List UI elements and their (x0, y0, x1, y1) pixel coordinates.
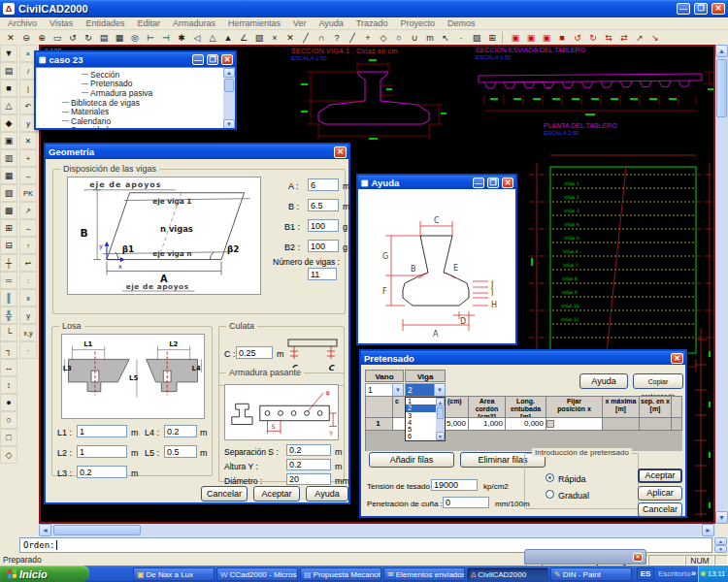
caso-scroll-up[interactable]: ▲ (223, 68, 235, 78)
command-spinner[interactable]: ▲ ▼ (714, 537, 727, 553)
toolbar-icon[interactable]: ◇ (376, 30, 391, 45)
fijar-checkbox[interactable] (546, 420, 554, 428)
geometria-close-button[interactable]: ✕ (334, 146, 347, 158)
taskbar-task[interactable]: ▣De Nax a Lux (133, 567, 215, 581)
start-button[interactable]: Inicio (0, 566, 89, 582)
caso-minimize-button[interactable]: — (192, 54, 204, 65)
side-tool-icon[interactable]: ▦ (0, 167, 17, 184)
toolbar-icon[interactable]: ○ (391, 30, 407, 45)
tree-item[interactable]: Sección (82, 70, 223, 80)
toolbar-icon-red[interactable]: ⇆ (601, 30, 616, 45)
side-tool-icon-b[interactable]: → (19, 167, 37, 184)
hscroll-thumb[interactable] (53, 525, 141, 535)
toolbar-icon[interactable]: ∠ (236, 30, 251, 45)
row-cell[interactable]: 1,000 (469, 418, 506, 431)
toolbar-icon[interactable]: ↺ (65, 30, 81, 45)
toolbar-icon-red[interactable]: ▣ (539, 30, 554, 45)
altura-input[interactable] (286, 459, 331, 470)
menu-item[interactable]: Vistas (50, 18, 73, 28)
ayuda-restore-button[interactable]: ❐ (487, 178, 499, 188)
viga-combobox[interactable]: 2 ▼ (405, 383, 446, 397)
side-tool-icon-b[interactable]: x,y (19, 324, 37, 341)
background-window-titlebar[interactable]: ✕ (524, 549, 646, 565)
canvas-vscrollbar[interactable]: ▲ ▼ (715, 45, 728, 524)
scroll-down-arrow[interactable]: ▼ (715, 511, 728, 524)
toolbar-icon-red[interactable]: ↗ (632, 30, 647, 45)
side-tool-icon[interactable]: ▤ (0, 62, 17, 80)
l1-input[interactable] (77, 425, 127, 437)
side-tool-icon[interactable]: ⊟ (0, 237, 17, 254)
side-tool-icon[interactable]: □ (0, 429, 17, 446)
menu-item[interactable]: Archivo (8, 18, 37, 28)
vano-dropdown-arrow[interactable]: ▼ (392, 384, 403, 396)
toolbar-icon-red[interactable]: ↺ (570, 30, 585, 45)
menu-item[interactable]: Trazado (356, 18, 388, 28)
toolbar-icon[interactable]: ↖ (438, 30, 453, 45)
tree-item[interactable]: Calendario (62, 116, 223, 126)
field-b-input[interactable] (308, 199, 339, 211)
side-tool-icon[interactable]: ▼ (0, 45, 17, 62)
toolbar-icon[interactable]: ✕ (3, 30, 18, 45)
culata-c-input[interactable] (236, 346, 273, 359)
side-tool-icon[interactable]: ◇ (0, 446, 17, 464)
toolbar-icon[interactable]: ⊞ (484, 30, 500, 45)
toolbar-icon[interactable]: ∩ (314, 30, 329, 45)
viga-list-scrollbar[interactable]: ▲ ▼ (436, 398, 445, 440)
toolbar-icon[interactable]: ⊢ (143, 30, 158, 45)
toolbar-icon[interactable]: ✱ (174, 30, 189, 45)
side-tool-icon[interactable]: ● (0, 394, 17, 411)
taskbar-task[interactable]: ✉Elementos enviados -... (383, 567, 465, 581)
geometria-ok-button[interactable]: Aceptar (253, 486, 300, 501)
toolbar-icon[interactable]: ▤ (96, 30, 112, 45)
side-tool-icon[interactable]: ▣ (0, 132, 17, 149)
language-indicator[interactable]: ES (637, 567, 654, 580)
penetracion-input[interactable] (443, 497, 489, 508)
toolbar-icon-red[interactable]: ▣ (508, 30, 523, 45)
side-tool-icon-b[interactable]: ↑ (19, 237, 37, 254)
vano-combobox[interactable]: 1 ▼ (365, 383, 404, 397)
viga-list-up[interactable]: ▲ (436, 398, 445, 406)
row-cell-fijar[interactable] (546, 418, 603, 431)
caso-scrollbar[interactable]: ▲ ▼ (223, 68, 235, 128)
toolbar-icon[interactable]: · (453, 30, 469, 45)
caso-close-button[interactable]: ✕ (221, 54, 233, 65)
field-a-input[interactable] (308, 178, 339, 191)
toolbar-icon[interactable]: ▨ (469, 30, 484, 45)
tree-item[interactable]: Seguridad (62, 126, 223, 129)
toolbar-icon[interactable]: ▧ (251, 30, 267, 45)
minimize-button[interactable]: — (677, 3, 690, 15)
viga-dropdown-arrow[interactable]: ▼ (434, 384, 445, 396)
anadir-filas-button[interactable]: Añadir filas (369, 452, 454, 468)
tray-icon[interactable] (701, 571, 706, 576)
field-b1-input[interactable] (308, 219, 339, 232)
menu-item[interactable]: Demos (447, 18, 476, 28)
taskbar-task-active[interactable]: ΔCivilCAD2000 (467, 567, 548, 581)
ayuda-minimize-button[interactable]: — (473, 178, 484, 188)
toolbar-icon[interactable]: ╱ (298, 30, 314, 45)
tree-item[interactable]: Armadura pasiva (82, 88, 223, 98)
menu-item[interactable]: Entidades (85, 18, 124, 28)
l2-input[interactable] (77, 445, 127, 458)
side-tool-icon[interactable]: ○ (0, 411, 17, 429)
taskbar-task[interactable]: ▤Propuesta Mecanotu... (300, 567, 381, 581)
side-tool-icon-b[interactable]: + (19, 149, 37, 167)
rapida-radio[interactable] (546, 473, 554, 482)
row-cell[interactable]: 0,000 (506, 418, 546, 431)
tension-input[interactable] (431, 479, 478, 491)
desktop-toolbar-label[interactable]: Escritorio (658, 569, 690, 578)
pretensado-ok-button[interactable]: Aceptar (638, 469, 682, 483)
pretensado-cancel-button[interactable]: Cancelar (638, 502, 682, 517)
l5-input[interactable] (164, 445, 197, 458)
side-tool-icon[interactable]: ■ (0, 80, 17, 97)
viga-list-down[interactable]: ▼ (436, 432, 445, 440)
field-b2-input[interactable] (308, 240, 339, 252)
side-tool-icon-b[interactable]: : (19, 272, 37, 289)
toolbar-icon-red[interactable]: ↻ (585, 30, 601, 45)
side-tool-icon-b[interactable]: → (19, 219, 37, 237)
close-button[interactable]: ✕ (711, 3, 725, 15)
side-tool-icon[interactable]: △ (0, 97, 17, 114)
copiar-pretensado-button[interactable]: Copiar pretensado (633, 373, 683, 389)
tree-item[interactable]: Pretensado (82, 80, 223, 89)
caso-restore-button[interactable]: ❐ (207, 54, 218, 65)
side-tool-icon[interactable]: ↕ (0, 376, 17, 394)
